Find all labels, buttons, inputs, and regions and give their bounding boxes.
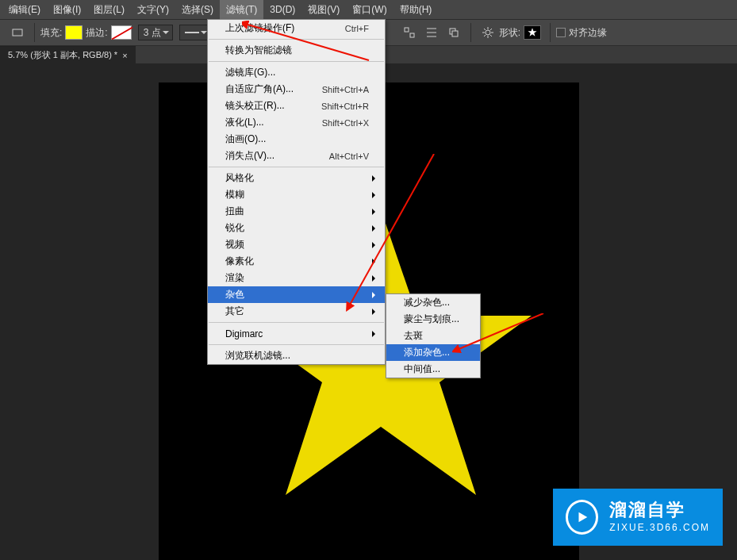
shape-picker[interactable] xyxy=(524,25,541,40)
menu-窗口[interactable]: 窗口(W) xyxy=(346,0,393,19)
fill-swatch[interactable] xyxy=(65,25,83,40)
noise-submenu: 减少杂色...蒙尘与划痕...去斑添加杂色...中间值... xyxy=(386,293,481,378)
tab-title: 5.7% (形状 1 副本, RGB/8) * xyxy=(8,49,117,61)
submenu-item[interactable]: 蒙尘与划痕... xyxy=(386,311,480,328)
menu-item[interactable]: 滤镜库(G)... xyxy=(208,64,385,81)
close-icon[interactable]: × xyxy=(122,51,127,60)
menu-item[interactable]: 自适应广角(A)...Shift+Ctrl+A xyxy=(208,81,385,98)
stroke-style-combo[interactable] xyxy=(179,25,211,40)
svg-rect-0 xyxy=(13,29,22,36)
watermark-url: ZIXUE.3D66.COM xyxy=(609,522,710,533)
stroke-width-combo[interactable]: 3 点 xyxy=(138,25,173,40)
menu-item[interactable]: 风格化 xyxy=(208,170,385,186)
document-tab[interactable]: 5.7% (形状 1 副本, RGB/8) * × xyxy=(0,46,136,63)
menu-item[interactable]: 浏览联机滤镜... xyxy=(208,347,385,364)
fill-label: 填充: xyxy=(40,26,62,40)
gear-icon[interactable] xyxy=(478,23,497,42)
tool-preset-icon[interactable] xyxy=(8,23,27,42)
menu-item[interactable]: 镜头校正(R)...Shift+Ctrl+R xyxy=(208,98,385,114)
play-icon xyxy=(566,500,598,535)
menu-item[interactable]: 其它 xyxy=(208,303,385,320)
menu-item[interactable]: Digimarc xyxy=(208,325,385,342)
path-align-icon[interactable] xyxy=(400,23,419,42)
shape-label: 形状: xyxy=(499,26,520,40)
watermark-title: 溜溜自学 xyxy=(609,501,710,519)
menu-item[interactable]: 转换为智能滤镜 xyxy=(208,42,385,59)
menu-item[interactable]: 模糊 xyxy=(208,186,385,203)
menubar: 编辑(E)图像(I)图层(L)文字(Y)选择(S)滤镜(T)3D(D)视图(V)… xyxy=(0,0,737,19)
arrange-icon[interactable] xyxy=(444,23,463,42)
stroke-label: 描边: xyxy=(86,26,107,40)
menu-滤镜[interactable]: 滤镜(T) xyxy=(220,0,263,19)
submenu-item[interactable]: 中间值... xyxy=(386,361,480,378)
stroke-swatch[interactable] xyxy=(111,25,132,40)
menu-item[interactable]: 消失点(V)...Alt+Ctrl+V xyxy=(208,148,385,164)
menu-3D[interactable]: 3D(D) xyxy=(263,0,301,19)
menu-item[interactable]: 锐化 xyxy=(208,220,385,236)
menu-item[interactable]: 渲染 xyxy=(208,270,385,286)
align-distribute-icon[interactable] xyxy=(422,23,441,42)
svg-rect-2 xyxy=(410,33,414,37)
menu-item[interactable]: 上次滤镜操作(F)Ctrl+F xyxy=(208,20,385,36)
menu-item[interactable]: 油画(O)... xyxy=(208,131,385,148)
menu-选择[interactable]: 选择(S) xyxy=(175,0,220,19)
menu-图像[interactable]: 图像(I) xyxy=(47,0,87,19)
watermark: 溜溜自学 ZIXUE.3D66.COM xyxy=(553,489,723,546)
svg-rect-4 xyxy=(452,31,458,36)
menu-图层[interactable]: 图层(L) xyxy=(87,0,131,19)
svg-point-5 xyxy=(486,30,490,35)
svg-rect-1 xyxy=(405,28,409,32)
menu-文字[interactable]: 文字(Y) xyxy=(131,0,175,19)
menu-item[interactable]: 扭曲 xyxy=(208,203,385,220)
menu-编辑[interactable]: 编辑(E) xyxy=(2,0,47,19)
menu-item[interactable]: 杂色 xyxy=(208,286,385,303)
menu-item[interactable]: 视频 xyxy=(208,236,385,253)
align-edges-checkbox[interactable] xyxy=(556,28,566,37)
menu-item[interactable]: 像素化 xyxy=(208,253,385,270)
menu-视图[interactable]: 视图(V) xyxy=(301,0,346,19)
submenu-item[interactable]: 去斑 xyxy=(386,328,480,344)
menu-item[interactable]: 液化(L)...Shift+Ctrl+X xyxy=(208,114,385,131)
submenu-item[interactable]: 减少杂色... xyxy=(386,294,480,311)
filter-menu: 上次滤镜操作(F)Ctrl+F转换为智能滤镜滤镜库(G)...自适应广角(A).… xyxy=(207,19,386,365)
submenu-item[interactable]: 添加杂色... xyxy=(386,344,480,361)
align-edges-label: 对齐边缘 xyxy=(569,26,607,40)
menu-帮助[interactable]: 帮助(H) xyxy=(393,0,439,19)
